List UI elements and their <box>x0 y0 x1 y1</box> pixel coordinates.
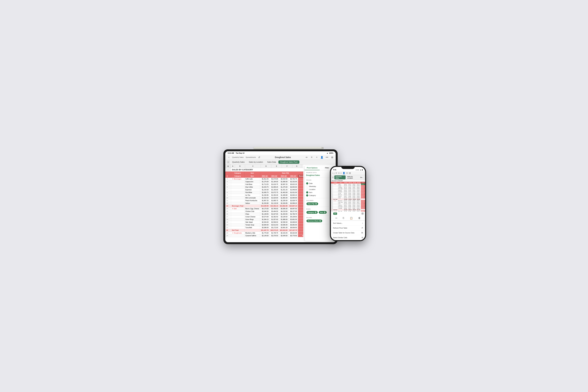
pivot-tab-options[interactable]: Pivot Options <box>305 166 320 170</box>
dismiss-button[interactable]: ✕ <box>361 212 364 215</box>
history-icon[interactable]: ↺ <box>257 156 261 159</box>
iphone-toolbar-icons: ⌂ ✏ ≡ + 👤 ••• ⊞ <box>333 172 351 174</box>
spreadsheets-link[interactable]: Quarterly Sales <box>232 156 244 158</box>
source-data-name: Doughnut Sales <box>306 174 333 176</box>
iphone-th-q2: 2021-Q2 <box>348 182 352 184</box>
tab-sales-data[interactable]: Sales Data <box>265 160 278 164</box>
field-location-checkbox[interactable] <box>306 188 308 190</box>
refresh-pivot-item[interactable]: Refresh Pivot Table ↺ <box>331 226 365 230</box>
iphone-header-row: Category Item 2021-Q1 2021-Q2 2021-Q3 20… <box>331 182 365 184</box>
tab-sales-by-location[interactable]: Sales by Location <box>247 160 265 164</box>
iphone-th-grand: Grand <box>361 182 365 184</box>
delete-icon[interactable]: 🗑 <box>358 217 361 220</box>
iphone-th-item: Item <box>338 182 344 184</box>
th-date: Date (YQ) <box>260 172 303 175</box>
rows-label: ROWS ••• <box>306 208 333 210</box>
view-icon[interactable]: ⊞ <box>330 156 334 159</box>
fields-label: FIELDS 🔍 <box>306 179 333 181</box>
share-icon[interactable]: 👤 <box>320 156 324 159</box>
th-q1: 2021-Q1 <box>260 175 270 178</box>
iphone-back-icon[interactable]: ‹ <box>332 172 333 174</box>
back-icon[interactable]: ‹ <box>227 156 231 159</box>
col-header-f: F <box>282 164 292 168</box>
iphone-table-row: 17 Cream Ch. $2,574 $2,362 $3,109 $4,108… <box>331 204 365 206</box>
iphone-share-icon[interactable]: 👤 <box>343 172 345 174</box>
add-icon[interactable]: + <box>315 156 319 159</box>
ipad-status-left: 9:41 AM Tue Sep 14 <box>228 152 244 154</box>
context-actions-bar: ✂ ⎘ 📋 🗑 <box>331 216 365 220</box>
iphone-pencil-icon[interactable]: ✏ <box>336 172 337 174</box>
col-header-b: B <box>235 164 245 168</box>
columns-label: COLUMNS ••• <box>306 200 333 202</box>
sheet-title: SALES BY CATEGORY <box>231 168 254 172</box>
iphone-table-row: 7 Espresso $1,242 $1,155 $1,251 $1,946 $… <box>331 190 365 191</box>
iphone-table-row: 11 Peach K. $1,867 $1,685 $2,205 $2,928 … <box>331 196 365 197</box>
item-info-icon[interactable]: ⓘ <box>324 212 326 213</box>
header-row-2: 2 Category Item 2021-Q1 2021-Q2 2021-Q3 … <box>225 175 303 178</box>
iphone-wifi-icon: ▲ <box>360 169 361 171</box>
create-table-label: Create Table for Source Data <box>333 232 354 234</box>
field-weekday-checkbox[interactable] <box>306 185 308 188</box>
iphone-table-row-deli-total: 22 Deli Total $21,497 $20,573 $25,818 $3… <box>331 209 365 210</box>
pencil-icon[interactable]: ✏ <box>305 156 308 159</box>
table-row: 8 Flat White $1,065.75 $1,072.75 $1,463.… <box>225 191 303 194</box>
iphone-tab-add[interactable]: + <box>332 176 334 178</box>
iphone-table-row: 14 ▼ Deli Bacon,E,C $4,170 $3,780 $5,085… <box>331 200 365 202</box>
source-data-label: SOURCE DATA ••• <box>306 172 333 174</box>
iphone-table-row: 3 ▼ Bev. Caffe L. $1,812 $1,573 $2,018 $… <box>331 184 365 185</box>
create-table-item[interactable]: Create Table for Source Data ⊞ <box>331 230 365 235</box>
cell-ref-badge: G3 <box>333 212 337 215</box>
iphone-table-row: 5 Cold Brew $1,713 $1,619 $2,087 $3,022 … <box>331 186 365 188</box>
iphone-add-icon[interactable]: + <box>340 172 342 174</box>
iphone-home-icon[interactable]: ⌂ <box>333 172 335 174</box>
col-header-c: C <box>245 164 261 168</box>
iphone-more-icon[interactable]: ••• <box>346 172 348 174</box>
ipad-toolbar-left: ‹ Quarterly Sales Spreadsheets ↺ <box>227 156 261 159</box>
table-row: 11 Peach Kombucha $1,867.25 $1,685.75 $2… <box>225 199 303 202</box>
revenue-sum-pill[interactable]: Revenue (Sum) ⓘ <box>306 220 322 222</box>
copy-icon[interactable]: ⎘ <box>343 217 344 220</box>
iphone-table-row-total: 13 Bev. Total $14,200 $13,452 $16,862 $2… <box>331 198 365 200</box>
iphone-tab-sa[interactable]: Sa... <box>359 176 364 178</box>
tab-doughnut-sales-pivot[interactable]: Doughnut Sales Pivot <box>278 160 299 164</box>
iphone-selected-cell[interactable]: $8,156 <box>361 184 365 185</box>
more-icon[interactable]: ••• <box>325 156 329 159</box>
field-category-checkbox[interactable]: ✓ <box>306 194 308 196</box>
iphone-tab-location[interactable]: Sales by Location <box>346 176 359 179</box>
tab-quarterly-sales[interactable]: Quarterly Sales <box>230 160 246 164</box>
cut-icon[interactable]: ✂ <box>335 217 337 220</box>
field-date-checkbox[interactable]: ✓ <box>306 182 308 184</box>
iphone-tab-quarterly[interactable]: Quarterly Sales <box>334 176 346 179</box>
iphone-table-row: 15 Chick. Club $3,646 $3,464 $4,218 $6,2… <box>331 202 365 203</box>
create-table-icon: ⊞ <box>361 232 363 234</box>
date-yq-info-icon[interactable]: ⓘ <box>315 203 317 205</box>
ipad-toolbar-right: ✏ ≡ + 👤 ••• ⊞ <box>305 156 334 159</box>
category-info-icon[interactable]: ⓘ <box>315 212 317 213</box>
item-pill[interactable]: Item ⓘ <box>319 211 327 214</box>
table-row: 12 Seltzer $1,333.80 $1,119.30 $1,526.85… <box>225 202 303 205</box>
paste-icon[interactable]: 📋 <box>350 217 353 220</box>
values-pills: Revenue (Sum) ⓘ <box>306 219 333 222</box>
ipad-doc-title: Doughnut Sales <box>262 156 304 158</box>
tab-add-button[interactable]: + <box>226 160 230 164</box>
format-icon[interactable]: ≡ <box>310 156 314 159</box>
ipad-toolbar: ‹ Quarterly Sales Spreadsheets ↺ Doughnu… <box>225 155 336 160</box>
ipad-status-right: ▲ 100% <box>327 152 333 154</box>
th-q2: 2021-Q2 <box>270 175 279 178</box>
iphone-th-q4: 2021-Q4 <box>357 182 361 184</box>
select-similar-item[interactable]: Select Similar Cells ⧉ <box>331 235 365 240</box>
iphone-format-icon[interactable]: ≡ <box>338 172 339 174</box>
date-yq-pill[interactable]: Date (YQ) ⓘ <box>306 202 318 205</box>
category-pill[interactable]: Category ⓘ <box>306 211 318 214</box>
revenue-info-icon[interactable]: ⓘ <box>319 220 321 222</box>
table-row: 10 Mint Lemonade $1,552.50 $1,620.00 $1,… <box>225 196 303 199</box>
iphone-view-icon[interactable]: ⊞ <box>349 172 351 174</box>
select-similar-label: Select Similar Cells <box>333 237 347 238</box>
col-header-g: G <box>292 164 301 168</box>
iphone-th-category: Category <box>333 182 338 184</box>
iphone-screen: 9:41 ▲▲▲ ▲ ▮ ‹ ⌂ ✏ ≡ + 👤 ••• ⊞ <box>331 167 365 240</box>
field-item-checkbox[interactable]: ✓ <box>306 191 308 194</box>
table-row: 17 Cream Cheese $2,574.00 $2,362.50 $3,1… <box>225 216 303 218</box>
sort-values-item[interactable]: Sort Values... ↕ <box>331 221 365 226</box>
data-table: Category Item Date (YQ) Grand 2 Category <box>225 172 303 237</box>
